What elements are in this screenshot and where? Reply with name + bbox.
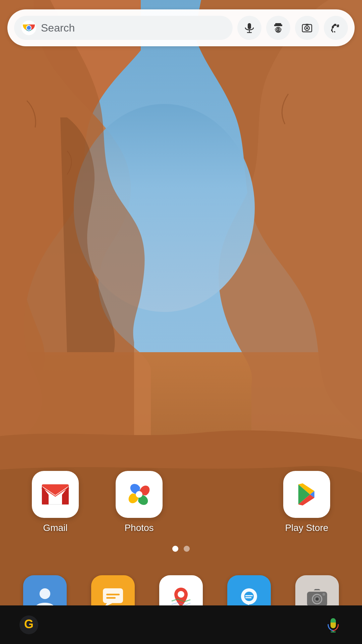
google-search-bar[interactable]: G — [0, 605, 362, 644]
search-input-area[interactable]: Search — [14, 16, 233, 40]
gmail-app[interactable]: Gmail — [32, 471, 79, 533]
svg-point-33 — [244, 592, 254, 601]
svg-point-6 — [27, 26, 31, 30]
svg-rect-20 — [306, 24, 308, 25]
svg-point-21 — [306, 27, 308, 29]
photos-label: Photos — [124, 523, 154, 533]
svg-point-17 — [279, 29, 281, 30]
google-g-logo: G — [17, 613, 41, 637]
svg-marker-32 — [246, 604, 249, 605]
play-store-app[interactable]: Play Store — [283, 471, 330, 533]
svg-point-37 — [315, 597, 319, 601]
svg-text:G: G — [24, 617, 34, 631]
svg-point-25 — [40, 588, 50, 599]
chrome-icon — [21, 20, 36, 35]
gmail-icon — [32, 471, 79, 518]
svg-rect-11 — [275, 23, 281, 25]
svg-point-30 — [178, 591, 184, 598]
svg-rect-7 — [248, 23, 251, 29]
mic-icon — [243, 22, 255, 34]
lens-button[interactable] — [295, 16, 319, 40]
lens-icon — [301, 22, 313, 34]
svg-point-24 — [136, 491, 142, 498]
google-mic-icon — [325, 616, 342, 633]
svg-point-38 — [322, 593, 325, 596]
search-bar: Search — [7, 9, 355, 46]
incognito-icon — [272, 22, 284, 34]
play-store-icon — [283, 471, 330, 518]
svg-point-22 — [337, 24, 338, 25]
apps-row: Gmail Photos — [0, 471, 362, 533]
mic-button[interactable] — [237, 16, 261, 40]
svg-rect-28 — [106, 594, 120, 595]
svg-point-16 — [276, 29, 277, 30]
search-placeholder: Search — [41, 22, 225, 34]
google-bar-mic[interactable] — [321, 613, 345, 637]
incognito-button[interactable] — [266, 16, 290, 40]
page-dot-2[interactable] — [184, 546, 190, 552]
gmail-label: Gmail — [43, 523, 67, 533]
svg-rect-26 — [103, 588, 123, 603]
svg-rect-29 — [106, 597, 116, 599]
photos-icon — [116, 471, 163, 518]
dino-button[interactable] — [324, 16, 348, 40]
photos-app[interactable]: Photos — [116, 471, 163, 533]
play-store-label: Play Store — [285, 523, 328, 533]
dino-icon — [330, 22, 342, 34]
page-dot-1[interactable] — [172, 546, 178, 552]
page-dots — [0, 546, 362, 552]
